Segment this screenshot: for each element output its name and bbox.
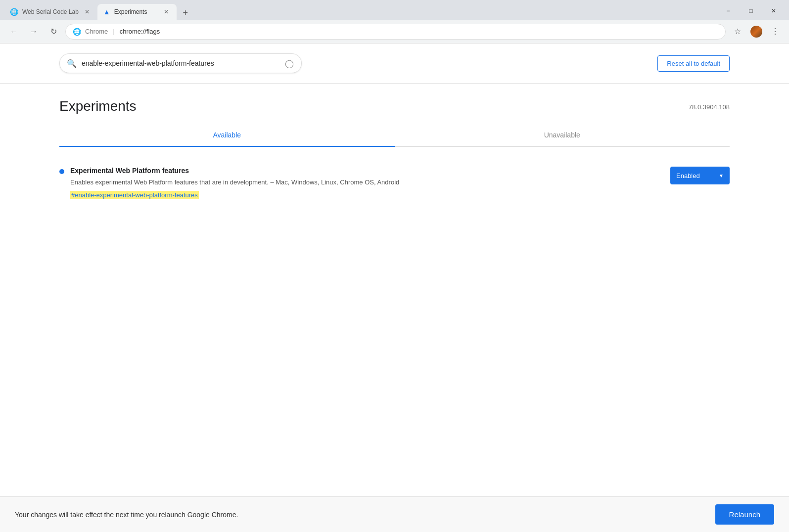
- menu-button[interactable]: ⋮: [767, 24, 783, 40]
- page-title: Experiments: [59, 98, 137, 114]
- tab-experiments[interactable]: ▲ Experiments ✕: [97, 4, 177, 20]
- forward-button[interactable]: →: [26, 24, 42, 40]
- bottom-bar: Your changes will take effect the next t…: [0, 496, 789, 532]
- tab-unavailable[interactable]: Unavailable: [395, 124, 730, 146]
- minimize-button[interactable]: −: [717, 3, 740, 19]
- new-tab-button[interactable]: +: [179, 6, 192, 20]
- search-area: 🔍 ◯ Reset all to default: [0, 44, 789, 84]
- address-bar[interactable]: 🌐 Chrome | chrome://flags: [65, 24, 726, 40]
- profile-avatar[interactable]: [748, 24, 764, 40]
- relaunch-button[interactable]: Relaunch: [715, 504, 774, 525]
- site-icon: 🌐: [73, 28, 81, 36]
- main-area: Experiments 78.0.3904.108 Available Unav…: [0, 84, 789, 357]
- feature-left: Experimental Web Platform features Enabl…: [59, 167, 399, 199]
- tab-experiments-icon: ▲: [103, 8, 110, 16]
- version-text: 78.0.3904.108: [689, 98, 730, 111]
- feature-dot: [59, 169, 64, 174]
- clear-search-button[interactable]: ◯: [284, 58, 294, 68]
- feature-title: Experimental Web Platform features: [70, 167, 399, 175]
- maximize-button[interactable]: □: [740, 3, 762, 19]
- url-text: chrome://flags: [120, 28, 160, 35]
- feature-description: Enables experimental Web Platform featur…: [70, 177, 399, 187]
- feature-list: Experimental Web Platform features Enabl…: [59, 147, 730, 219]
- bookmark-button[interactable]: ☆: [730, 24, 745, 40]
- back-button[interactable]: ←: [6, 24, 22, 40]
- tab-available[interactable]: Available: [59, 124, 395, 146]
- tab-webserial[interactable]: 🌐 Web Serial Code Lab ✕: [4, 4, 97, 20]
- bottom-message: Your changes will take effect the next t…: [15, 511, 238, 519]
- reload-button[interactable]: ↻: [46, 24, 61, 40]
- feature-item: Experimental Web Platform features Enabl…: [59, 162, 730, 204]
- tab-webserial-label: Web Serial Code Lab: [22, 8, 79, 15]
- search-icon: 🔍: [67, 59, 77, 68]
- toolbar: ← → ↻ 🌐 Chrome | chrome://flags ☆ ⋮: [0, 20, 789, 44]
- domain-label: Chrome: [85, 28, 108, 35]
- page-header: Experiments 78.0.3904.108: [59, 84, 730, 124]
- tabs-row: Available Unavailable: [59, 124, 730, 147]
- tab-experiments-close[interactable]: ✕: [162, 7, 171, 16]
- search-box[interactable]: 🔍 ◯: [59, 53, 302, 73]
- feature-content: Experimental Web Platform features Enabl…: [70, 167, 399, 199]
- feature-status-label: Enabled: [676, 172, 700, 179]
- feature-status-dropdown[interactable]: Enabled ▼: [670, 167, 730, 184]
- close-button[interactable]: ✕: [762, 3, 785, 19]
- tab-webserial-close[interactable]: ✕: [83, 7, 92, 16]
- url-separator: |: [113, 28, 114, 35]
- tab-webserial-icon: 🌐: [10, 8, 18, 16]
- tab-experiments-label: Experiments: [114, 8, 158, 15]
- dropdown-arrow-icon: ▼: [719, 173, 724, 178]
- feature-link[interactable]: #enable-experimental-web-platform-featur…: [70, 191, 199, 199]
- reset-all-button[interactable]: Reset all to default: [657, 55, 730, 72]
- search-input[interactable]: [82, 59, 279, 67]
